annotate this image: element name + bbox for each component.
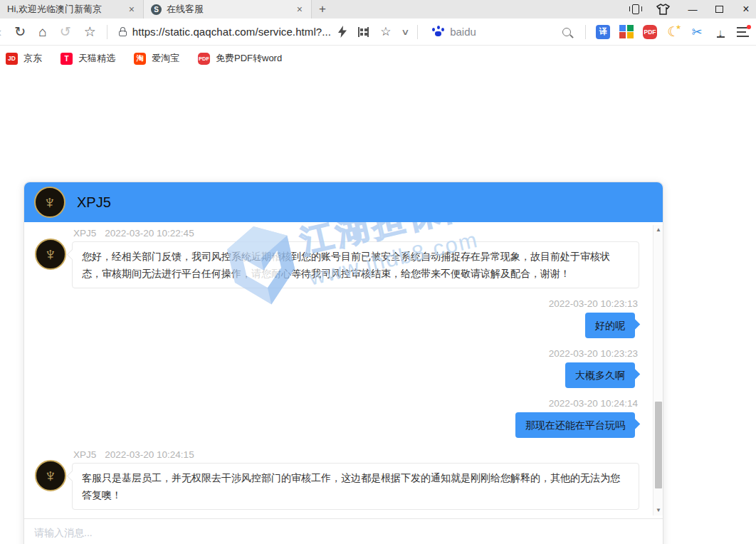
pdf-icon: PDF — [198, 53, 210, 65]
chat-scrollbar[interactable]: ▲ ▼ — [653, 225, 663, 516]
user-bubble: 好的呢 — [585, 313, 635, 338]
baidu-paw-icon — [432, 26, 444, 38]
scrollbar-thumb[interactable] — [655, 402, 662, 488]
chat-input-area — [24, 518, 663, 544]
timestamp: 2022-03-20 10:23:13 — [549, 298, 638, 309]
agent-bubble: 您好，经相关部门反馈，我司风控系统近期稽核到您的账号目前已被安全系统自动捕捉存在… — [72, 241, 639, 288]
bookmark-jd[interactable]: JD 京东 — [6, 52, 42, 65]
refresh-icon[interactable]: ↻ — [14, 25, 26, 38]
bookmark-pdf2word[interactable]: PDF 免费PDF转word — [198, 52, 282, 65]
bookmark-label: 爱淘宝 — [152, 52, 179, 65]
bookmark-label: 京东 — [23, 52, 42, 65]
translate-extension-icon[interactable]: 译 — [596, 25, 610, 39]
user-message-row: 2022-03-20 10:23:13 好的呢 — [35, 298, 639, 338]
pdf-extension-icon[interactable]: PDF — [643, 25, 657, 39]
address-bar-actions: ☆ ∨ — [338, 26, 409, 38]
moon-star-icon: ★ — [676, 23, 681, 31]
bookmark-tmall[interactable]: T 天猫精选 — [61, 52, 115, 65]
user-message-row: 2022-03-20 10:23:23 大概多久啊 — [35, 348, 639, 388]
tab-close-icon[interactable]: × — [126, 4, 137, 15]
new-tab-button[interactable]: + — [312, 0, 333, 19]
user-bubble: 那现在还能在平台玩吗 — [515, 412, 635, 438]
search-box[interactable]: baidu — [432, 26, 476, 38]
tab-online-service[interactable]: S 在线客服 × — [144, 0, 312, 19]
tab-strip: Hi,欢迎光临澳门新葡京 × S 在线客服 × + — × — [0, 0, 756, 19]
home-icon[interactable]: ⌂ — [38, 25, 46, 38]
maximize-button[interactable] — [715, 6, 723, 13]
download-icon[interactable]: ↓ — [713, 25, 728, 39]
bookmark-label: 天猫精选 — [78, 52, 115, 65]
window-controls: — × — [632, 0, 752, 19]
skin-theme-icon[interactable] — [656, 4, 670, 15]
divider — [585, 25, 586, 39]
chevron-down-icon[interactable]: ∨ — [401, 27, 410, 37]
chat-header: ♆ XPJ5 — [24, 182, 663, 222]
notification-dot — [747, 25, 751, 29]
message-meta: XPJ52022-03-20 10:24:15 — [73, 449, 639, 460]
favorites-star-icon[interactable]: ☆ — [84, 25, 96, 38]
chat-message-area: ♆ XPJ52022-03-20 10:22:45 您好，经相关部门反馈，我司风… — [24, 222, 663, 518]
chat-title: XPJ5 — [77, 194, 111, 211]
scroll-up-icon[interactable]: ▲ — [653, 225, 663, 235]
close-window-button[interactable]: × — [740, 3, 752, 16]
send-to-phone-icon[interactable] — [632, 4, 639, 14]
tab-favicon-icon: S — [151, 4, 162, 15]
minimize-button[interactable]: — — [687, 4, 698, 15]
back-icon[interactable]: ‹ — [0, 25, 1, 38]
agent-bubble: 客服只是基层员工，并无权限去干涉风控部门的审核工作，这边都是根据下发的通知就是刚… — [72, 463, 639, 510]
chat-window: ♆ XPJ5 ♆ XPJ52022-03-20 10:22:45 您好，经相关部… — [23, 182, 663, 544]
scroll-down-icon[interactable]: ▼ — [653, 506, 663, 516]
night-mode-moon-icon[interactable]: ☾★ — [666, 25, 681, 39]
message-input[interactable] — [24, 519, 663, 544]
divider — [417, 25, 418, 39]
timestamp: 2022-03-20 10:24:15 — [105, 449, 194, 460]
apps-grid-extension-icon[interactable] — [619, 25, 634, 39]
divider — [107, 25, 107, 39]
search-engine-label[interactable]: baidu — [450, 26, 476, 38]
sender-name: XPJ5 — [73, 449, 96, 460]
tab-title: Hi,欢迎光临澳门新葡京 — [7, 3, 126, 16]
address-url[interactable]: https://static.qaqchat.com/service.html?… — [132, 26, 331, 38]
sender-name: XPJ5 — [73, 228, 96, 239]
bookmark-taobao[interactable]: 淘 爱淘宝 — [134, 52, 179, 65]
bookmark-page-star-icon[interactable]: ☆ — [380, 26, 391, 38]
tab-title: 在线客服 — [167, 3, 294, 16]
menu-hamburger-icon[interactable] — [737, 27, 749, 37]
timestamp: 2022-03-20 10:22:45 — [105, 228, 194, 239]
screenshot-grid-icon[interactable] — [358, 27, 369, 37]
xpj-brand-logo-icon: ♆ — [34, 187, 65, 218]
bookmark-label: 免费PDF转word — [216, 52, 282, 65]
message-meta: XPJ52022-03-20 10:22:45 — [73, 228, 639, 239]
lightning-accelerate-icon[interactable] — [338, 26, 347, 38]
agent-avatar: ♆ — [35, 460, 66, 491]
agent-message-row: ♆ XPJ52022-03-20 10:24:15 客服只是基层员工，并无权限去… — [35, 448, 639, 510]
browser-toolbar: ‹ ↻ ⌂ ↺ ☆ https://static.qaqchat.com/ser… — [0, 19, 756, 46]
user-bubble: 大概多久啊 — [565, 362, 635, 388]
taobao-icon: 淘 — [134, 53, 146, 65]
timestamp: 2022-03-20 10:24:14 — [549, 398, 638, 409]
tab-casino[interactable]: Hi,欢迎光临澳门新葡京 × — [0, 0, 144, 19]
user-message-row: 2022-03-20 10:24:14 那现在还能在平台玩吗 — [35, 398, 639, 438]
timestamp: 2022-03-20 10:23:23 — [549, 348, 638, 359]
agent-avatar: ♆ — [35, 239, 66, 270]
bookmarks-bar: JD 京东 T 天猫精选 淘 爱淘宝 PDF 免费PDF转word — [0, 46, 756, 70]
search-icon[interactable] — [562, 28, 571, 36]
undo-close-icon[interactable]: ↺ — [60, 25, 71, 38]
tab-close-icon[interactable]: × — [294, 4, 305, 15]
screenshot-scissors-icon[interactable]: ✂ — [690, 25, 704, 39]
ssl-lock-icon[interactable] — [119, 31, 127, 36]
extensions-area: 译 PDF ☾★ ✂ ↓ — [596, 25, 749, 39]
agent-message-row: ♆ XPJ52022-03-20 10:22:45 您好，经相关部门反馈，我司风… — [35, 226, 639, 288]
tmall-icon: T — [61, 53, 73, 65]
jd-icon: JD — [6, 53, 18, 65]
